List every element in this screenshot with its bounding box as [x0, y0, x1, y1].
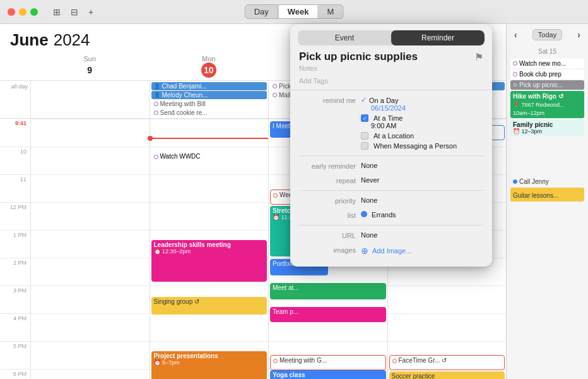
inbox-icon[interactable]: ⊟ — [71, 7, 78, 17]
early-reminder-value[interactable]: None — [361, 162, 483, 169]
minimize-button[interactable] — [19, 8, 26, 16]
event-leadership[interactable]: Leadership skills meeting ⏰ 12:30–2pm — [151, 240, 268, 282]
popup-notes[interactable]: Notes — [290, 64, 492, 76]
current-time-label: 9:41 — [15, 120, 26, 126]
time-slot-10: 10 — [0, 147, 30, 174]
popup-tags: Add Tags — [290, 76, 492, 90]
add-image-button[interactable]: ⊕ Add Image... — [361, 246, 483, 256]
prev-button[interactable]: ‹ — [512, 30, 520, 40]
time-slot-6pm: 6 PM — [0, 369, 30, 379]
when-messaging-row: When Messaging a Person — [361, 142, 483, 150]
current-time-dot — [148, 136, 153, 141]
today-button[interactable]: Today — [532, 29, 562, 40]
event-meet-at[interactable]: Meet at... — [270, 283, 386, 299]
allday-event-send-cookie[interactable]: Send cookie re... — [151, 109, 268, 117]
mini-nav: ‹ Today › — [507, 24, 588, 45]
right-event-pick-up[interactable]: ⊙ Pick up picnic... — [510, 80, 584, 90]
at-location-label: At a Location — [373, 132, 414, 140]
event-meeting-g[interactable]: Meeting with G... — [270, 355, 386, 370]
event-time: ⏰ 5–7pm — [154, 359, 265, 366]
traffic-lights — [8, 8, 38, 16]
month-view-button[interactable]: M — [319, 4, 344, 19]
on-a-day-date[interactable]: 06/15/2024 — [361, 104, 483, 112]
event-text: Book club prep — [519, 71, 562, 78]
grid-col-sun — [30, 119, 150, 379]
close-button[interactable] — [8, 8, 15, 16]
event-time: 10am–12pm — [513, 110, 544, 116]
tab-event[interactable]: Event — [298, 30, 391, 45]
add-icon[interactable]: + — [88, 7, 93, 17]
reminder-popup: Event Reminder Pick up picnic supplies ⚑… — [290, 24, 492, 267]
event-time: ⏰ 12–3pm — [513, 128, 582, 135]
view-nav: Day Week M — [245, 4, 344, 19]
day-header-sun: Sun 9 — [30, 52, 150, 80]
list-value[interactable]: Errands — [361, 211, 483, 219]
event-text: Call Jenny — [519, 178, 549, 185]
allday-col-sun — [30, 81, 150, 118]
event-facetime[interactable]: FaceTime Gr... ↺ — [389, 355, 505, 370]
early-reminder-label: early reminder — [299, 162, 356, 170]
dot-icon — [513, 61, 517, 66]
right-events: Watch new mo... Book club prep ⊙ Pick up… — [507, 56, 588, 379]
allday-event-meeting-bill[interactable]: Meeting with Bill — [151, 100, 268, 108]
event-text: Pick up picnic... — [519, 81, 563, 88]
week-view-button[interactable]: Week — [278, 4, 319, 19]
add-image-label: Add Image... — [372, 247, 411, 255]
remind-content: ✓ On a Day 06/15/2024 ✓ At a Time 9:00 A… — [361, 96, 483, 150]
day-num-10: 10 — [201, 63, 216, 78]
event-soccer[interactable]: Soccer practice — [389, 371, 505, 379]
repeat-row: repeat Never — [290, 173, 492, 188]
time-col: 9:41 10 11 12 PM 1 PM 2 PM 3 PM 4 PM 5 P… — [0, 119, 30, 379]
day-view-button[interactable]: Day — [245, 4, 278, 19]
at-time-label: At a Time — [373, 114, 403, 122]
flag-button[interactable]: ⚑ — [474, 51, 483, 63]
at-location-checkbox[interactable] — [361, 132, 368, 140]
event-project[interactable]: Project presentations ⏰ 5–7pm — [151, 351, 268, 379]
time-slot-1pm: 1 PM — [0, 230, 30, 258]
on-a-day-label: On a Day — [369, 97, 398, 104]
tab-reminder[interactable]: Reminder — [391, 30, 485, 45]
event-icon: 👤 — [154, 83, 160, 89]
right-day-header: Sat 15 — [507, 45, 588, 56]
at-time-checkbox[interactable]: ✓ — [361, 114, 368, 122]
allday-event-chad[interactable]: 👤 Chad Benjami... — [151, 82, 268, 90]
titlebar: ⊞ ⊟ + Day Week M — [0, 0, 588, 24]
dot-icon — [273, 359, 278, 363]
repeat-value[interactable]: Never — [361, 176, 483, 184]
right-event-call-jenny[interactable]: Call Jenny — [510, 177, 584, 186]
time-slot-11: 11 — [0, 174, 30, 202]
event-title: Yoga class — [273, 371, 384, 378]
dot-icon — [273, 193, 278, 198]
event-singing[interactable]: Singing group ↺ — [151, 297, 268, 315]
event-title: Leadership skills meeting — [154, 241, 265, 248]
dot-icon — [154, 102, 158, 106]
fullscreen-button[interactable] — [30, 8, 38, 16]
url-value[interactable]: None — [361, 231, 483, 239]
event-title: Project presentations — [154, 352, 265, 359]
right-event-family-picnic[interactable]: Family picnic ⏰ 12–3pm — [510, 119, 584, 136]
event-yoga[interactable]: Yoga class 📍 Golden Gate Park 5:15–6:45p… — [270, 370, 386, 379]
popup-title-row: Pick up picnic supplies ⚑ — [290, 51, 492, 64]
allday-label: all-day — [0, 81, 30, 118]
at-a-time-row: ✓ At a Time 9:00 AM — [361, 114, 483, 129]
right-event-hike[interactable]: Hike with Rigo ↺ 📍 7867 Redwood... 10am–… — [510, 91, 584, 118]
event-header: Hike with Rigo ↺ — [513, 93, 563, 100]
day-header-mon: Mon 10 — [150, 52, 269, 80]
right-event-book-club[interactable]: Book club prep — [510, 69, 584, 79]
event-time: ⏰ 12:30–2pm — [154, 248, 265, 255]
dot-icon — [273, 93, 277, 97]
right-event-guitar[interactable]: Guitar lessons... — [510, 188, 584, 202]
event-location: 📍 7867 Redwood... — [513, 102, 565, 108]
allday-event-melody[interactable]: 👤 Melody Cheun... — [151, 91, 268, 99]
event-watch-wwdc[interactable]: Watch WWDC — [151, 152, 268, 172]
next-button[interactable]: › — [575, 30, 583, 40]
event-text: Family picnic — [513, 121, 582, 128]
priority-value[interactable]: None — [361, 196, 483, 204]
time-slot-3pm: 3 PM — [0, 286, 30, 313]
dot-icon — [513, 179, 517, 184]
early-reminder-row: early reminder None — [290, 159, 492, 173]
event-team-p[interactable]: Team p... — [270, 307, 386, 322]
when-messaging-checkbox[interactable] — [361, 142, 368, 150]
right-event-watch-new[interactable]: Watch new mo... — [510, 59, 584, 68]
sidebar-toggle-icon[interactable]: ⊞ — [53, 7, 61, 17]
